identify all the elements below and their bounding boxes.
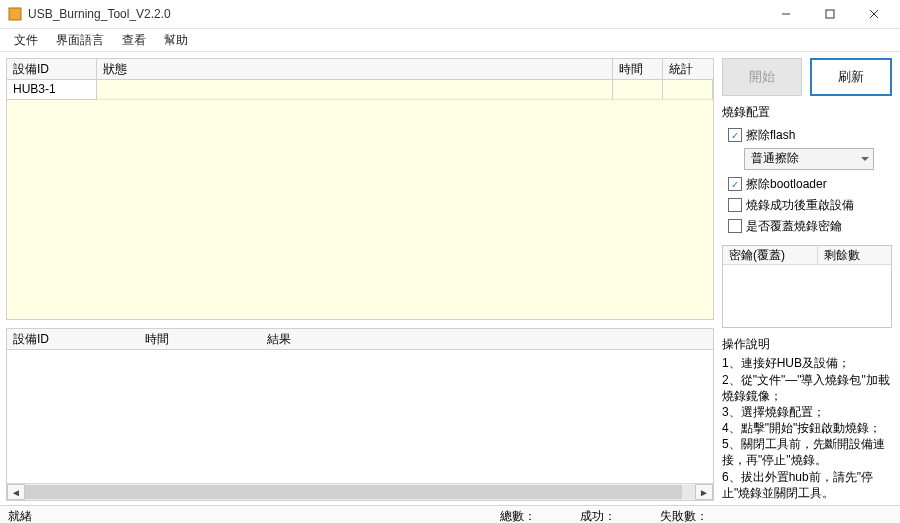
erase-flash-row[interactable]: ✓ 擦除flash <box>722 125 892 146</box>
menu-help[interactable]: 幫助 <box>156 30 196 51</box>
status-total-label: 總數： <box>500 508 536 524</box>
app-icon <box>8 7 22 21</box>
erase-flash-label: 擦除flash <box>746 127 795 144</box>
overwrite-key-label: 是否覆蓋燒錄密鑰 <box>746 218 842 235</box>
menu-language[interactable]: 界面語言 <box>48 30 112 51</box>
erase-mode-select[interactable]: 普通擦除 <box>744 148 874 170</box>
maximize-button[interactable] <box>808 0 852 28</box>
result-col-time[interactable]: 時間 <box>139 329 261 349</box>
status-ready: 就緒 <box>8 508 32 524</box>
menu-view[interactable]: 查看 <box>114 30 154 51</box>
device-col-id[interactable]: 設備ID <box>7 59 97 79</box>
chevron-down-icon <box>861 157 869 161</box>
overwrite-key-row[interactable]: 是否覆蓋燒錄密鑰 <box>722 216 892 237</box>
key-col-key[interactable]: 密鑰(覆蓋) <box>723 246 818 264</box>
menu-bar: 文件 界面語言 查看 幫助 <box>0 29 900 52</box>
status-ok-label: 成功： <box>580 508 616 524</box>
close-button[interactable] <box>852 0 896 28</box>
title-bar: USB_Burning_Tool_V2.2.0 <box>0 0 900 29</box>
menu-file[interactable]: 文件 <box>6 30 46 51</box>
svg-rect-0 <box>9 8 21 20</box>
burn-config-title: 燒錄配置 <box>722 104 892 121</box>
refresh-button[interactable]: 刷新 <box>810 58 892 96</box>
device-table: 設備ID 狀態 時間 統計 HUB3-1 <box>6 58 714 320</box>
erase-bootloader-label: 擦除bootloader <box>746 176 827 193</box>
status-fail-label: 失敗數： <box>660 508 708 524</box>
erase-bootloader-row[interactable]: ✓ 擦除bootloader <box>722 174 892 195</box>
key-table: 密鑰(覆蓋) 剩餘數 <box>722 245 892 328</box>
erase-mode-value: 普通擦除 <box>751 150 799 167</box>
key-col-remain[interactable]: 剩餘數 <box>818 246 891 264</box>
start-button[interactable]: 開始 <box>722 58 802 96</box>
result-col-id[interactable]: 設備ID <box>7 329 139 349</box>
reboot-after-label: 燒錄成功後重啟設備 <box>746 197 854 214</box>
svg-rect-2 <box>826 10 834 18</box>
result-table: 設備ID 時間 結果 ◄ ► <box>6 328 714 501</box>
device-col-stat[interactable]: 統計 <box>663 59 713 79</box>
device-row[interactable]: HUB3-1 <box>7 80 713 100</box>
scroll-right-icon[interactable]: ► <box>695 484 713 500</box>
instructions-body: 1、連接好HUB及設備； 2、從"文件"—"導入燒錄包"加載燒錄鏡像； 3、選擇… <box>722 355 892 501</box>
result-table-body <box>7 350 713 483</box>
scroll-thumb[interactable] <box>25 485 682 499</box>
status-bar: 就緒 總數： 成功： 失敗數： <box>0 505 900 523</box>
burn-config-group: 燒錄配置 ✓ 擦除flash 普通擦除 ✓ 擦除bootloader 燒錄成功後… <box>722 104 892 237</box>
device-cell-id: HUB3-1 <box>7 80 97 100</box>
horizontal-scrollbar[interactable]: ◄ ► <box>7 483 713 500</box>
reboot-after-row[interactable]: 燒錄成功後重啟設備 <box>722 195 892 216</box>
device-col-time[interactable]: 時間 <box>613 59 663 79</box>
erase-flash-checkbox[interactable]: ✓ <box>728 128 742 142</box>
scroll-track[interactable] <box>25 485 695 499</box>
result-col-result[interactable]: 結果 <box>261 329 713 349</box>
result-table-header: 設備ID 時間 結果 <box>7 329 713 350</box>
device-cell-status <box>97 80 613 100</box>
device-col-status[interactable]: 狀態 <box>97 59 613 79</box>
device-cell-stat <box>663 80 713 100</box>
erase-bootloader-checkbox[interactable]: ✓ <box>728 177 742 191</box>
device-cell-time <box>613 80 663 100</box>
device-table-header: 設備ID 狀態 時間 統計 <box>7 59 713 80</box>
minimize-button[interactable] <box>764 0 808 28</box>
instructions: 操作說明 1、連接好HUB及設備； 2、從"文件"—"導入燒錄包"加載燒錄鏡像；… <box>722 336 892 501</box>
reboot-after-checkbox[interactable] <box>728 198 742 212</box>
instructions-title: 操作說明 <box>722 336 892 353</box>
scroll-left-icon[interactable]: ◄ <box>7 484 25 500</box>
window-title: USB_Burning_Tool_V2.2.0 <box>28 7 171 21</box>
overwrite-key-checkbox[interactable] <box>728 219 742 233</box>
